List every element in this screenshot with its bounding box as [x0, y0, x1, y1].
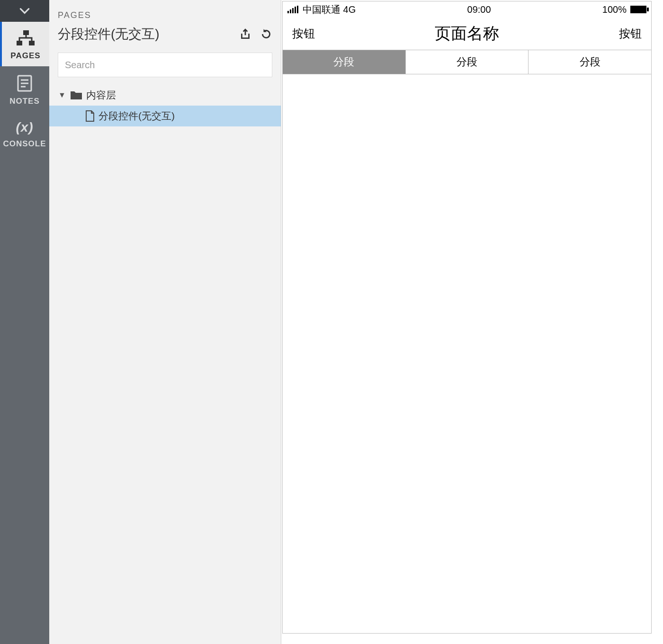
status-time: 09:00: [467, 4, 491, 15]
rail-tab-console[interactable]: (x) CONSOLE: [0, 112, 49, 154]
nav-left-button[interactable]: 按钮: [292, 26, 315, 41]
sitemap-icon: [15, 29, 36, 47]
nav-bar: 按钮 页面名称 按钮: [283, 18, 651, 50]
status-battery-pct: 100%: [602, 4, 627, 15]
rail-tab-console-label: CONSOLE: [3, 139, 46, 149]
rail-tab-pages-label: PAGES: [10, 51, 40, 61]
svg-rect-0: [23, 30, 29, 35]
segment-3[interactable]: 分段: [529, 50, 651, 74]
tree-folder-row[interactable]: ▼ 内容层: [49, 85, 281, 106]
chevron-down-icon: [18, 5, 31, 17]
signal-icon: [287, 6, 299, 13]
rail-tab-notes-label: NOTES: [9, 97, 40, 106]
pages-panel: PAGES 分段控件(无交互): [49, 0, 281, 644]
svg-rect-9: [290, 9, 291, 13]
svg-rect-10: [292, 8, 294, 13]
notes-icon: [15, 74, 34, 93]
device-frame: 中国联通 4G 09:00 100% 按钮 页面名称 按钮 分段 分段 分段: [282, 1, 652, 634]
svg-rect-11: [295, 7, 296, 13]
svg-text:(x): (x): [16, 120, 33, 134]
share-icon: [239, 28, 251, 40]
segment-1[interactable]: 分段: [283, 50, 406, 74]
status-carrier: 中国联通 4G: [303, 3, 356, 16]
nav-right-button[interactable]: 按钮: [619, 26, 642, 41]
refresh-button[interactable]: [260, 28, 272, 40]
tree-folder-label: 内容层: [86, 89, 116, 102]
rail-tab-notes[interactable]: NOTES: [0, 66, 49, 112]
share-button[interactable]: [239, 28, 251, 40]
device-content: [283, 74, 651, 633]
preview-area: 中国联通 4G 09:00 100% 按钮 页面名称 按钮 分段 分段 分段: [281, 0, 663, 644]
panel-title: 分段控件(无交互): [58, 25, 160, 43]
page-icon: [85, 110, 95, 122]
refresh-icon: [260, 28, 272, 40]
svg-rect-1: [17, 41, 22, 45]
svg-rect-12: [297, 6, 298, 13]
battery-icon: [630, 6, 646, 13]
segmented-control: 分段 分段 分段: [283, 50, 651, 74]
rail-collapse-button[interactable]: [0, 0, 49, 22]
caret-down-icon: ▼: [58, 91, 66, 99]
left-rail: PAGES NOTES (x) CONSOLE: [0, 0, 49, 644]
tree-page-label: 分段控件(无交互): [99, 109, 175, 123]
svg-rect-8: [287, 11, 289, 13]
svg-rect-2: [29, 41, 35, 45]
segment-2[interactable]: 分段: [406, 50, 529, 74]
status-bar: 中国联通 4G 09:00 100%: [283, 1, 651, 18]
rail-tab-pages[interactable]: PAGES: [0, 22, 49, 66]
console-icon: (x): [14, 119, 35, 135]
folder-icon: [70, 90, 82, 100]
tree-page-row[interactable]: 分段控件(无交互): [49, 106, 281, 126]
panel-kicker: PAGES: [58, 10, 272, 20]
nav-title: 页面名称: [435, 23, 499, 45]
search-input[interactable]: [58, 53, 272, 77]
page-tree: ▼ 内容层 分段控件(无交互): [49, 82, 281, 126]
